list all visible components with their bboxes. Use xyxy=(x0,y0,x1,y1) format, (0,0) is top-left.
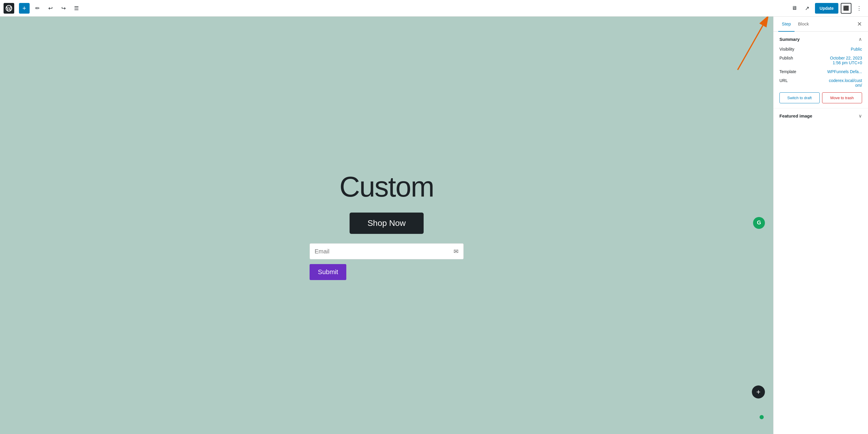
sidebar-toggle-button[interactable]: ⬛ xyxy=(841,3,851,13)
list-icon: ☰ xyxy=(74,5,79,11)
publish-row: Publish October 22, 2023 1:56 pm UTC+0 xyxy=(779,56,862,65)
featured-image-section: Featured image ∨ xyxy=(774,108,868,124)
update-button[interactable]: Update xyxy=(815,3,838,13)
sidebar-icon: ⬛ xyxy=(843,5,849,11)
pencil-icon: ✏ xyxy=(35,5,40,11)
url-line2[interactable]: om/ xyxy=(829,83,862,88)
preview-button[interactable]: 🖥 xyxy=(789,3,800,13)
more-options-button[interactable]: ⋮ xyxy=(854,3,864,13)
url-row: URL coderex.local/cust om/ xyxy=(779,78,862,88)
visibility-label: Visibility xyxy=(779,47,803,52)
template-value[interactable]: WPFunnels Defa... xyxy=(828,69,862,74)
add-block-button[interactable]: + xyxy=(19,3,30,13)
summary-section: Summary ∧ Visibility Public Publish Octo… xyxy=(774,32,868,108)
publish-label: Publish xyxy=(779,56,803,60)
toolbar: + ✏ ↩ ↪ ☰ 🖥 ↗ Update ⬛ ⋮ xyxy=(0,0,868,16)
main-layout: Custom Shop Now ✉ Submit G + xyxy=(0,16,868,434)
toolbar-left: + ✏ ↩ ↪ ☰ xyxy=(4,3,789,13)
visibility-value[interactable]: Public xyxy=(851,47,862,52)
template-label: Template xyxy=(779,69,803,74)
publish-time[interactable]: 1:56 pm UTC+0 xyxy=(830,60,862,65)
email-input-wrapper: ✉ xyxy=(310,243,464,259)
email-input[interactable] xyxy=(315,248,454,255)
shop-now-button[interactable]: Shop Now xyxy=(349,212,423,234)
view-button[interactable]: ↗ xyxy=(802,3,813,13)
undo-icon: ↩ xyxy=(48,5,53,11)
page-canvas: Custom Shop Now ✉ Submit G + xyxy=(0,16,773,434)
edit-button[interactable]: ✏ xyxy=(32,3,43,13)
move-to-trash-button[interactable]: Move to trash xyxy=(822,92,862,103)
url-line1[interactable]: coderex.local/cust xyxy=(829,78,862,83)
redo-icon: ↪ xyxy=(61,5,66,11)
featured-image-header[interactable]: Featured image ∨ xyxy=(779,113,862,119)
page-heading: Custom xyxy=(340,170,434,203)
sidebar-tabs: Step Block ✕ xyxy=(774,16,868,32)
canvas-area: Custom Shop Now ✉ Submit G + xyxy=(0,16,773,434)
summary-title: Summary xyxy=(779,37,800,42)
visibility-row: Visibility Public xyxy=(779,47,862,52)
chevron-down-icon[interactable]: ∨ xyxy=(859,113,862,119)
tab-step[interactable]: Step xyxy=(778,16,795,32)
tab-block[interactable]: Block xyxy=(795,16,813,32)
grammarly-icon: G xyxy=(753,217,765,229)
redo-button[interactable]: ↪ xyxy=(58,3,69,13)
external-link-icon: ↗ xyxy=(805,5,809,11)
sidebar: Step Block ✕ Summary ∧ Visibility Public… xyxy=(773,16,868,434)
list-view-button[interactable]: ☰ xyxy=(71,3,82,13)
add-block-floating-button[interactable]: + xyxy=(752,386,765,398)
close-sidebar-button[interactable]: ✕ xyxy=(856,19,863,29)
email-form: ✉ Submit xyxy=(310,243,464,280)
status-dot xyxy=(760,415,764,419)
undo-button[interactable]: ↩ xyxy=(45,3,56,13)
chevron-up-icon[interactable]: ∧ xyxy=(859,36,862,42)
featured-image-title: Featured image xyxy=(779,113,812,119)
switch-to-draft-button[interactable]: Switch to draft xyxy=(779,92,820,103)
action-buttons: Switch to draft Move to trash xyxy=(779,92,862,103)
publish-date[interactable]: October 22, 2023 xyxy=(830,56,862,60)
ellipsis-icon: ⋮ xyxy=(857,5,862,11)
monitor-icon: 🖥 xyxy=(792,5,797,11)
plus-icon: + xyxy=(23,4,26,12)
wordpress-logo[interactable] xyxy=(4,3,14,13)
url-label: URL xyxy=(779,78,803,83)
template-row: Template WPFunnels Defa... xyxy=(779,69,862,74)
toolbar-right: 🖥 ↗ Update ⬛ ⋮ xyxy=(789,3,864,13)
submit-button[interactable]: Submit xyxy=(310,264,346,280)
summary-header: Summary ∧ xyxy=(779,36,862,42)
envelope-icon: ✉ xyxy=(454,248,459,255)
